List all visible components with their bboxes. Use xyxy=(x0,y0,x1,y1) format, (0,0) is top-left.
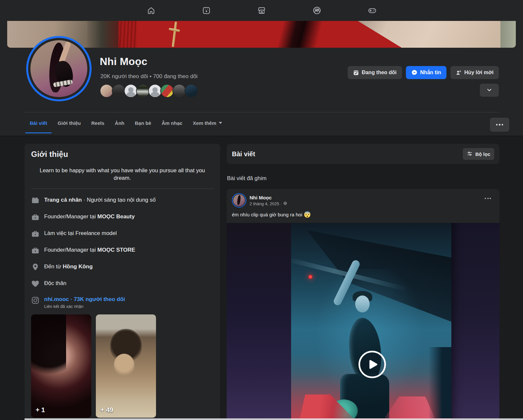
featured-photos: + 1 + 49 xyxy=(31,314,156,418)
post-author-name[interactable]: Nhi Moọc xyxy=(250,195,481,200)
pinned-post-card: Nhi Moọc 2 tháng 4, 2025 · ém nhíu clip … xyxy=(227,189,499,420)
play-button[interactable] xyxy=(358,351,386,378)
facebook-profile-page: Nhi Moọc 20K người theo dõi • 700 đang t… xyxy=(0,0,523,420)
follower-avatar[interactable] xyxy=(172,84,186,98)
cover-detail xyxy=(277,21,323,48)
follower-avatar[interactable] xyxy=(100,84,113,98)
profile-action-buttons: Đang theo dõi Nhắn tin Hủy lời mời xyxy=(348,66,499,79)
heart-icon xyxy=(31,279,40,288)
cover-photo[interactable] xyxy=(7,21,516,48)
intro-bio: Learn to be happy with what you have whi… xyxy=(40,167,205,182)
globe-icon xyxy=(283,201,287,206)
video-letterbox-right xyxy=(451,223,499,420)
photo-count-overlay: + 49 xyxy=(100,406,113,414)
follower-avatar[interactable] xyxy=(148,84,162,98)
intro-item-profile-type: Trang cá nhân · Người sáng tạo nội dung … xyxy=(31,196,214,206)
gaming-icon[interactable] xyxy=(368,6,377,15)
chevron-down-icon xyxy=(486,87,493,94)
follower-stats[interactable]: 20K người theo dõi • 700 đang theo dõi xyxy=(100,73,198,80)
post-text: ém nhíu clip quá giờ bung ra hoi xyxy=(227,208,499,221)
tab-friends[interactable]: Bạn bè xyxy=(130,112,156,133)
tab-reels[interactable]: Reels xyxy=(86,112,110,133)
intro-item-work-1: Founder/Manager tại MOỌC Beauty xyxy=(31,212,214,222)
photo-count-overlay: + 1 xyxy=(36,406,45,414)
person-remove-icon xyxy=(456,70,462,76)
tab-see-more[interactable]: Xem thêm xyxy=(188,112,228,133)
dancer-figure xyxy=(355,295,370,312)
caret-down-icon xyxy=(219,122,222,124)
messenger-icon xyxy=(411,69,418,76)
video-scene-detail xyxy=(428,347,451,420)
post-timestamp[interactable]: 2 tháng 4, 2025 · xyxy=(250,201,481,206)
location-pin-icon xyxy=(31,263,40,271)
filter-sliders-icon xyxy=(467,151,473,158)
instagram-icon xyxy=(31,296,40,305)
follower-avatar[interactable] xyxy=(124,84,138,98)
featured-photo-collection[interactable]: + 49 xyxy=(96,314,156,418)
tab-music[interactable]: Âm nhạc xyxy=(156,112,187,133)
post-video-media xyxy=(227,223,499,420)
cover-necklace-detail xyxy=(168,21,181,48)
play-icon xyxy=(365,357,379,372)
intro-item-work-3: Founder/Manager tại MOỌC STORE xyxy=(31,246,214,256)
cover-detail xyxy=(87,21,120,48)
home-icon[interactable] xyxy=(147,6,156,15)
briefcase-icon xyxy=(31,213,40,221)
cancel-friend-request-button[interactable]: Hủy lời mời xyxy=(450,66,499,79)
follower-avatar[interactable] xyxy=(184,84,198,98)
briefcase-icon xyxy=(31,246,40,255)
video-letterbox-left xyxy=(227,223,291,420)
follower-avatar[interactable] xyxy=(136,84,150,98)
bottom-edge-strip xyxy=(25,418,523,420)
profile-tabs: Bài viết Giới thiệu Reels Ảnh Bạn bè Âm … xyxy=(25,112,227,133)
following-check-icon xyxy=(353,70,359,76)
posts-header-card: Bài viết Bộ lọc xyxy=(227,144,499,164)
cover-detail xyxy=(118,21,136,48)
tabs-more-button[interactable] xyxy=(490,118,509,132)
intro-item-work-2: Làm việc tại Freelance model xyxy=(31,229,214,239)
post-header: Nhi Moọc 2 tháng 4, 2025 · xyxy=(227,189,499,208)
profile-badge-icon xyxy=(31,196,40,205)
screaming-face-emoji xyxy=(304,211,310,218)
follower-avatars-row[interactable] xyxy=(100,84,198,98)
post-author-avatar[interactable] xyxy=(232,193,246,208)
follower-avatar[interactable] xyxy=(112,84,126,98)
cover-detail xyxy=(500,21,516,48)
tab-posts[interactable]: Bài viết xyxy=(25,112,52,133)
post-video[interactable] xyxy=(291,223,451,420)
profile-header-panel: Nhi Moọc 20K người theo dõi • 700 đang t… xyxy=(0,0,523,136)
marketplace-icon[interactable] xyxy=(257,6,266,15)
follower-avatar[interactable] xyxy=(160,84,174,98)
post-more-button[interactable] xyxy=(481,194,494,202)
intro-title: Giới thiệu xyxy=(31,150,214,159)
filter-button[interactable]: Bộ lọc xyxy=(463,148,494,160)
tab-photos[interactable]: Ảnh xyxy=(110,112,130,133)
following-button[interactable]: Đang theo dõi xyxy=(348,66,402,79)
pinned-posts-label: Bài viết đã ghim xyxy=(227,175,267,182)
profile-picture[interactable] xyxy=(26,36,92,101)
featured-photo-collection[interactable]: + 1 xyxy=(31,314,91,418)
tab-about[interactable]: Giới thiệu xyxy=(52,112,86,133)
posts-title: Bài viết xyxy=(232,150,255,158)
briefcase-icon xyxy=(31,229,40,238)
top-nav-bar xyxy=(0,0,523,21)
page-title: Nhi Moọc xyxy=(100,56,148,68)
intro-divider xyxy=(31,189,214,189)
instagram-link[interactable]: nhi.mooc · 73K người theo dõi xyxy=(44,296,125,303)
expand-profile-button[interactable] xyxy=(480,84,499,97)
groups-icon[interactable] xyxy=(312,6,322,15)
verified-link-note: Liên kết đã xác nhận xyxy=(44,304,125,309)
intro-item-hometown: Đến từ Hồng Kông xyxy=(31,262,214,272)
profile-picture-image xyxy=(30,40,87,97)
intro-item-relationship: Độc thân xyxy=(31,279,214,289)
watch-icon[interactable] xyxy=(202,6,211,15)
intro-item-instagram: nhi.mooc · 73K người theo dõi Liên kết đ… xyxy=(31,296,214,309)
intro-card: Giới thiệu Learn to be happy with what y… xyxy=(25,144,220,420)
message-button[interactable]: Nhắn tin xyxy=(406,66,446,79)
